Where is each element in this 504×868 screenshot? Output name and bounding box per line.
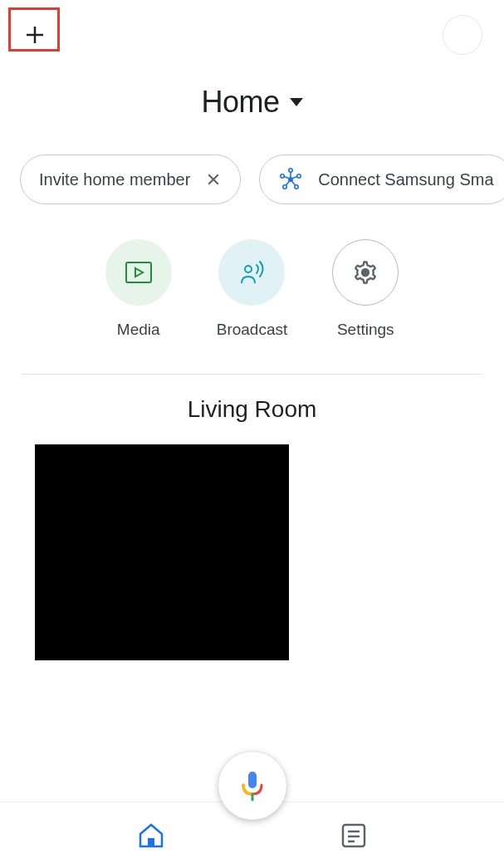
top-bar <box>0 0 504 55</box>
svg-point-9 <box>283 185 286 189</box>
svg-point-7 <box>297 174 301 178</box>
svg-point-6 <box>289 169 292 172</box>
svg-line-13 <box>292 181 296 185</box>
chip-label: Connect Samsung Sma <box>318 170 493 189</box>
home-selector[interactable]: Home <box>0 85 504 120</box>
chip-label: Invite home member <box>39 170 190 189</box>
svg-point-10 <box>281 174 284 178</box>
settings-icon-circle <box>332 239 399 306</box>
svg-point-18 <box>245 266 252 272</box>
room-title: Living Room <box>0 396 504 423</box>
nav-home[interactable] <box>120 814 182 857</box>
media-icon <box>125 261 153 284</box>
suggestion-chips: Invite home member Connec <box>0 154 504 204</box>
media-icon-circle <box>105 239 172 306</box>
action-label: Media <box>117 321 160 339</box>
home-title: Home <box>201 85 279 120</box>
home-icon <box>137 822 165 849</box>
action-label: Broadcast <box>217 321 288 339</box>
device-card[interactable] <box>35 444 289 660</box>
svg-point-19 <box>362 269 369 276</box>
broadcast-action[interactable]: Broadcast <box>217 239 288 339</box>
svg-marker-17 <box>135 268 143 277</box>
broadcast-icon-circle <box>218 239 285 306</box>
svg-point-8 <box>295 185 298 189</box>
dismiss-chip-button[interactable] <box>205 171 222 188</box>
broadcast-icon <box>235 258 268 287</box>
voice-assistant-button[interactable] <box>218 752 286 820</box>
close-icon <box>205 171 222 188</box>
microphone-icon <box>238 769 267 802</box>
svg-line-15 <box>284 177 289 179</box>
account-avatar[interactable] <box>443 15 482 55</box>
action-label: Settings <box>337 321 394 339</box>
nav-feed[interactable] <box>324 814 384 857</box>
gear-icon <box>352 259 379 286</box>
settings-action[interactable]: Settings <box>332 239 399 339</box>
svg-line-14 <box>286 181 290 185</box>
connect-samsung-chip[interactable]: Connect Samsung Sma <box>259 154 504 204</box>
plus-button-highlight <box>8 7 60 51</box>
svg-line-12 <box>293 177 298 179</box>
divider <box>22 374 482 375</box>
smartthings-icon <box>278 167 303 192</box>
quick-actions: Media Broadcast Settings <box>0 239 504 339</box>
dropdown-icon <box>290 98 303 106</box>
svg-rect-20 <box>248 772 257 788</box>
svg-marker-2 <box>290 98 303 106</box>
svg-rect-16 <box>126 262 151 282</box>
svg-rect-22 <box>148 838 154 846</box>
invite-member-chip[interactable]: Invite home member <box>20 154 241 204</box>
media-action[interactable]: Media <box>105 239 172 339</box>
feed-icon <box>340 822 367 849</box>
